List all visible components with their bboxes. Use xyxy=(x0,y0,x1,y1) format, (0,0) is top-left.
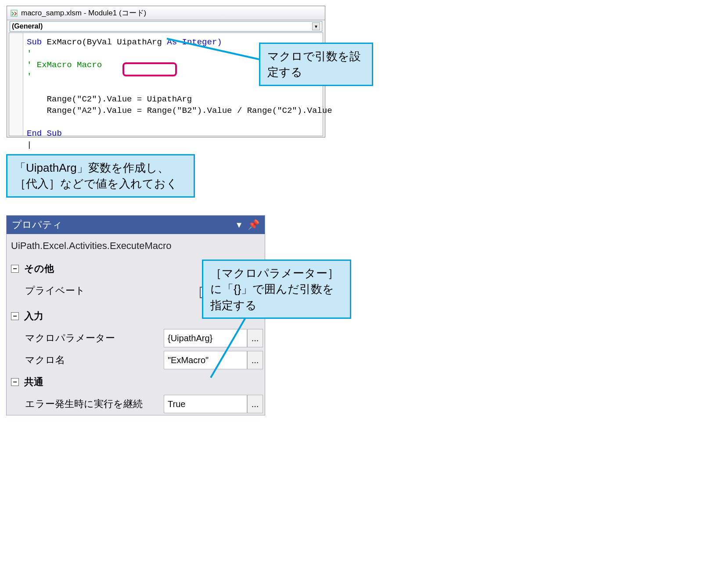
dropdown-arrow-icon[interactable]: ▼ xyxy=(312,22,320,30)
macro-parameter-label: マクロパラメーター xyxy=(22,327,164,349)
code-proc-name: ExMacro(ByVal xyxy=(47,37,117,47)
code-keyword-sub: Sub xyxy=(27,37,47,47)
section-label: 共通 xyxy=(24,375,262,389)
code-comment: ' xyxy=(27,72,32,81)
code-string: "B2" xyxy=(177,106,197,115)
continue-on-error-label: エラー発生時に実行を継続 xyxy=(22,393,164,415)
activity-fullname: UiPath.Excel.Activities.ExecuteMacro xyxy=(7,234,265,258)
code-comment: ' xyxy=(27,49,32,58)
callout-text: 「UipathArg」変数を作成し、［代入］などで値を入れておく xyxy=(14,161,178,190)
section-common[interactable]: − 共通 xyxy=(7,371,265,393)
collapse-toggle-icon[interactable]: − xyxy=(11,265,19,273)
macro-parameter-input[interactable]: {UipathArg} xyxy=(164,329,247,347)
vba-titlebar: macro_samp.xlsm - Module1 (コード) xyxy=(7,6,325,20)
code-text: ).Value = Range( xyxy=(97,106,177,115)
row-indent xyxy=(7,349,22,371)
dropdown-icon[interactable]: ▾ xyxy=(237,219,241,231)
code-text: ).Value / Range( xyxy=(197,106,277,115)
macro-name-browse-button[interactable]: ... xyxy=(247,351,263,369)
macro-name-label: マクロ名 xyxy=(22,349,164,371)
callout-text: ［マクロパラメーター］に「{}」で囲んだ引数を指定する xyxy=(210,267,339,312)
vba-module-icon xyxy=(10,9,18,18)
collapse-toggle-icon[interactable]: − xyxy=(11,312,19,320)
properties-title: プロパティ xyxy=(12,218,62,231)
continue-on-error-browse-button[interactable]: ... xyxy=(247,395,263,413)
code-arg-type: As Integer) xyxy=(162,37,222,47)
row-indent xyxy=(7,327,22,349)
callout-set-argument: マクロで引数を設定する xyxy=(259,43,373,86)
vba-window-title: macro_samp.xlsm - Module1 (コード) xyxy=(21,8,146,18)
row-indent xyxy=(7,280,22,305)
code-string: "C2" xyxy=(277,106,297,115)
private-label: プライベート xyxy=(22,280,164,305)
code-highlight-box xyxy=(122,62,177,76)
code-text: ).Value = UipathArg xyxy=(97,94,192,104)
continue-on-error-input[interactable]: True xyxy=(164,395,247,413)
macro-parameter-browse-button[interactable]: ... xyxy=(247,329,263,347)
code-text: Range( xyxy=(27,106,77,115)
code-string: "C2" xyxy=(77,94,97,104)
collapse-toggle-icon[interactable]: − xyxy=(11,378,19,386)
code-keyword-endsub: End Sub xyxy=(27,129,62,138)
code-arg-name: UipathArg xyxy=(117,37,162,47)
code-string: "A2" xyxy=(77,106,97,115)
code-text: ).Value xyxy=(297,106,332,115)
callout-create-variable: 「UipathArg」変数を作成し、［代入］などで値を入れておく xyxy=(6,154,195,198)
code-text: Range( xyxy=(27,94,77,104)
row-indent xyxy=(7,393,22,415)
vba-gutter xyxy=(9,33,23,136)
callout-text: マクロで引数を設定する xyxy=(267,50,361,79)
macro-name-input[interactable]: "ExMacro" xyxy=(164,351,247,369)
code-comment: ' ExMacro Macro xyxy=(27,60,102,70)
vba-object-dropdown[interactable]: (General) ▼ xyxy=(10,21,322,32)
vba-dropdown-row: (General) ▼ xyxy=(7,20,325,32)
pin-icon[interactable]: 📌 xyxy=(248,219,259,231)
vba-dropdown-value: (General) xyxy=(12,22,43,30)
properties-header: プロパティ ▾ 📌 xyxy=(7,216,265,234)
callout-macro-parameter: ［マクロパラメーター］に「{}」で囲んだ引数を指定する xyxy=(202,260,351,319)
